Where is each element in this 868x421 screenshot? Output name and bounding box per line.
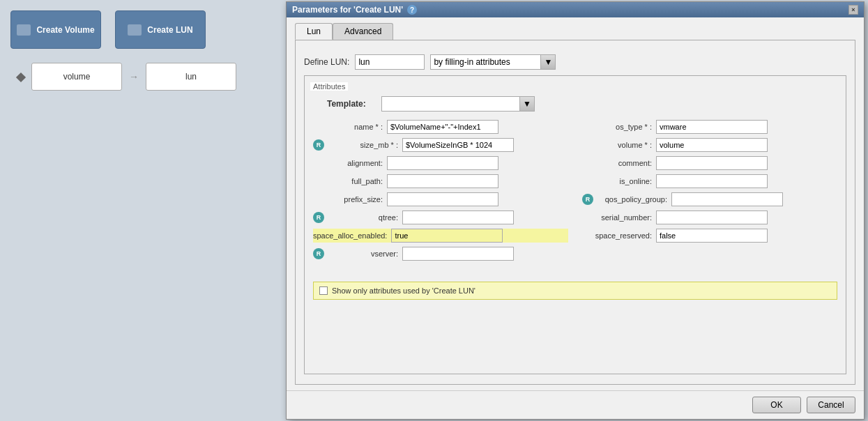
field-serial-number-input[interactable] [656, 210, 768, 224]
field-qos-input[interactable] [671, 192, 783, 206]
field-volume-label: volume * : [582, 141, 652, 149]
modal-dialog: Parameters for 'Create LUN' ? × Lun Adva… [286, 1, 865, 420]
field-qos: R qos_policy_group: [582, 192, 837, 206]
size-mb-r-badge: R [313, 139, 324, 151]
field-prefix-size-input[interactable] [387, 192, 498, 206]
modal-body: Lun Advanced Define LUN: by filling-in a… [287, 17, 864, 390]
field-name: name * : [313, 120, 568, 134]
define-lun-input[interactable] [355, 54, 425, 70]
field-space-reserved-input[interactable] [656, 229, 768, 243]
workflow-background: Create Volume Create LUN volume → lun [0, 0, 286, 421]
field-is-online-input[interactable] [656, 174, 768, 188]
template-label: Template: [327, 99, 376, 109]
field-space-reserved-label: space_reserved: [582, 231, 652, 240]
template-row: Template: ▼ [327, 96, 837, 112]
tab-bar: Lun Advanced [295, 23, 855, 40]
create-volume-node: Create Volume [10, 10, 101, 49]
field-vserver-label: vserver: [328, 250, 398, 258]
show-only-label: Show only attributes used by 'Create LUN… [332, 286, 475, 295]
modal-footer: OK Cancel [287, 390, 864, 419]
modal-titlebar: Parameters for 'Create LUN' ? × [287, 2, 864, 17]
field-size-mb: R size_mb * : [313, 138, 568, 152]
field-comment-input[interactable] [656, 156, 768, 170]
arrow-icon: → [129, 71, 139, 82]
field-prefix-size-label: prefix_size: [313, 195, 383, 204]
field-full-path: full_path: [313, 174, 568, 188]
show-only-checkbox[interactable] [319, 286, 328, 295]
show-only-checkbox-area: Show only attributes used by 'Create LUN… [313, 282, 837, 300]
lun-icon [128, 24, 142, 36]
field-qtree: R qtree: [313, 210, 568, 224]
field-space-alloc: space_alloc_enabled: [313, 229, 568, 243]
define-lun-select[interactable]: by filling-in attributes [430, 54, 556, 70]
field-full-path-input[interactable] [387, 174, 498, 188]
field-os-type-label: os_type * : [582, 123, 652, 131]
volume-box: volume [31, 63, 122, 91]
field-size-mb-input[interactable] [402, 138, 514, 152]
field-space-alloc-input[interactable] [391, 229, 503, 243]
field-qtree-input[interactable] [402, 210, 514, 224]
field-qtree-label: qtree: [328, 213, 398, 222]
field-full-path-label: full_path: [313, 177, 383, 185]
create-volume-label: Create Volume [36, 25, 94, 35]
field-size-mb-label: size_mb * : [328, 141, 398, 149]
modal-title: Parameters for 'Create LUN' [292, 5, 403, 15]
field-space-reserved: space_reserved: [582, 229, 837, 243]
workflow-connection: volume → lun [17, 63, 275, 91]
field-os-type: os_type * : [582, 120, 837, 134]
field-alignment-label: alignment: [313, 159, 383, 167]
field-serial-number: serial_number: [582, 210, 837, 224]
field-alignment: alignment: [313, 156, 568, 170]
field-qos-label: qos_policy_group: [597, 195, 667, 204]
field-alignment-input[interactable] [387, 156, 498, 170]
field-volume-input[interactable] [656, 138, 768, 152]
tab-lun[interactable]: Lun [295, 23, 333, 40]
field-name-label: name * : [313, 123, 383, 131]
field-vserver: R vserver: [313, 247, 568, 261]
attributes-legend: Attributes [310, 82, 348, 91]
field-vserver-input[interactable] [402, 247, 514, 261]
cancel-button[interactable]: Cancel [807, 397, 855, 413]
field-prefix-size: prefix_size: [313, 192, 568, 206]
template-select[interactable] [381, 96, 535, 112]
field-name-input[interactable] [387, 120, 498, 134]
field-is-online: is_online: [582, 174, 837, 188]
volume-icon [17, 24, 31, 36]
qtree-r-badge: R [313, 212, 324, 223]
define-lun-select-wrapper: by filling-in attributes ▼ [430, 54, 556, 70]
workflow-nodes: Create Volume Create LUN [10, 10, 275, 49]
vserver-r-badge: R [313, 248, 324, 259]
ok-button[interactable]: OK [752, 397, 801, 413]
field-comment: comment: [582, 156, 837, 170]
lun-box: lun [146, 63, 236, 91]
create-lun-node: Create LUN [115, 10, 206, 49]
field-serial-number-label: serial_number: [582, 213, 652, 222]
diamond-icon [16, 72, 26, 82]
field-os-type-input[interactable] [656, 120, 768, 134]
create-lun-label: Create LUN [147, 25, 192, 35]
tab-advanced[interactable]: Advanced [333, 23, 393, 40]
attributes-panel: Attributes Template: ▼ name * : [304, 75, 846, 374]
modal-title-left: Parameters for 'Create LUN' ? [292, 5, 417, 15]
qos-r-badge: R [582, 194, 593, 205]
fields-grid: name * : os_type * : R size_mb * : [313, 120, 837, 261]
help-icon[interactable]: ? [407, 5, 417, 15]
field-volume: volume * : [582, 138, 837, 152]
field-space-alloc-label: space_alloc_enabled: [313, 231, 387, 240]
template-select-wrapper: ▼ [381, 96, 535, 112]
field-comment-label: comment: [582, 159, 652, 167]
close-button[interactable]: × [848, 5, 858, 15]
field-is-online-label: is_online: [582, 177, 652, 185]
define-lun-label: Define LUN: [304, 57, 349, 67]
define-lun-row: Define LUN: by filling-in attributes ▼ [304, 47, 846, 75]
